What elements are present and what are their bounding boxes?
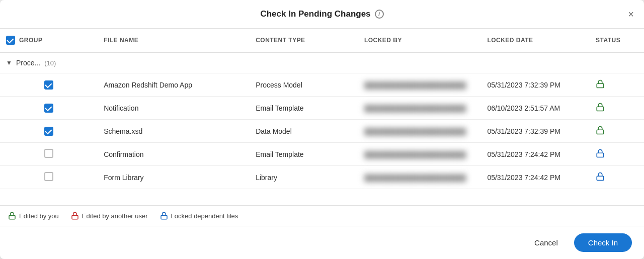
row-locked-by: ██████████████████████ [358, 143, 481, 166]
row-status [590, 120, 644, 143]
row-locked-by: ██████████████████████ [358, 120, 481, 143]
row-locked-by: ██████████████████████ [358, 97, 481, 120]
col-header-status: STATUS [590, 29, 644, 52]
row-content-type: Email Template [250, 97, 358, 120]
row-checkbox-3[interactable] [44, 127, 53, 136]
table-row: Schema.xsd Data Model ██████████████████… [0, 120, 644, 143]
row-locked-by: ██████████████████████ [358, 73, 481, 97]
checkin-button[interactable]: Check In [574, 233, 632, 252]
row-locked-date: 05/31/2023 7:24:42 PM [481, 166, 590, 189]
legend-green-lock-icon [8, 212, 16, 220]
row-content-type: Email Template [250, 143, 358, 166]
table-row: Confirmation Email Template ████████████… [0, 143, 644, 166]
row-status [590, 73, 644, 97]
row-filename: Form Library [98, 166, 250, 189]
legend-item-locked-dependent: Locked dependent files [160, 212, 238, 220]
legend-locked-dependent-label: Locked dependent files [171, 212, 238, 220]
group-row: ▼ Proce... (10) [0, 52, 644, 73]
row-locked-date: 06/10/2023 2:51:57 AM [481, 97, 590, 120]
col-header-content-type: CONTENT TYPE [250, 29, 358, 52]
svg-rect-6 [72, 215, 78, 219]
legend-edited-by-another-label: Edited by another user [82, 212, 148, 220]
row-checkbox-cell [0, 120, 98, 143]
row-status [590, 97, 644, 120]
svg-rect-1 [597, 107, 604, 111]
legend-edited-by-you-label: Edited by you [19, 212, 59, 220]
info-icon[interactable]: i [375, 10, 384, 19]
legend-item-edited-by-you: Edited by you [8, 212, 59, 220]
row-locked-date: 05/31/2023 7:32:39 PM [481, 120, 590, 143]
row-locked-date: 05/31/2023 7:24:42 PM [481, 143, 590, 166]
table-container[interactable]: GROUP FILE NAME CONTENT TYPE LOCKED BY L… [0, 29, 644, 205]
row-checkbox-cell [0, 97, 98, 120]
modal-header: Check In Pending Changes i × [0, 0, 644, 29]
row-lock-icon [596, 103, 605, 112]
row-checkbox-2[interactable] [44, 104, 53, 113]
row-filename: Confirmation [98, 143, 250, 166]
row-filename: Schema.xsd [98, 120, 250, 143]
svg-rect-4 [597, 176, 604, 180]
row-filename: Amazon Redshift Demo App [98, 73, 250, 97]
row-checkbox-1[interactable] [44, 80, 53, 90]
modal: Check In Pending Changes i × GROUP FILE … [0, 0, 644, 259]
modal-title-text: Check In Pending Changes [260, 9, 370, 19]
row-checkbox-cell [0, 73, 98, 97]
row-checkbox-cell [0, 166, 98, 189]
legend-red-lock-icon [71, 212, 79, 220]
row-content-type: Library [250, 166, 358, 189]
row-checkbox-4[interactable] [44, 149, 53, 158]
svg-rect-5 [9, 215, 15, 219]
row-content-type: Process Model [250, 73, 358, 97]
svg-rect-7 [161, 215, 167, 219]
row-lock-icon [596, 149, 605, 158]
svg-rect-0 [597, 83, 604, 88]
row-lock-icon [596, 79, 605, 89]
modal-body: GROUP FILE NAME CONTENT TYPE LOCKED BY L… [0, 29, 644, 226]
svg-rect-2 [597, 130, 604, 134]
row-checkbox-5[interactable] [44, 172, 53, 181]
col-header-group: GROUP [0, 29, 98, 52]
table-row: Notification Email Template ████████████… [0, 97, 644, 120]
col-header-locked-date: LOCKED DATE [481, 29, 590, 52]
group-name: Proce... [16, 59, 40, 67]
files-table: GROUP FILE NAME CONTENT TYPE LOCKED BY L… [0, 29, 644, 189]
row-status [590, 143, 644, 166]
row-lock-icon [596, 126, 605, 135]
row-locked-by: ██████████████████████ [358, 166, 481, 189]
row-locked-date: 05/31/2023 7:32:39 PM [481, 73, 590, 97]
group-col-label: GROUP [19, 37, 42, 44]
cancel-button[interactable]: Cancel [524, 233, 568, 252]
modal-footer: Cancel Check In [0, 226, 644, 259]
legend-item-edited-by-another: Edited by another user [71, 212, 148, 220]
group-chevron[interactable]: ▼ [6, 59, 12, 66]
group-count: (10) [44, 59, 56, 67]
row-status [590, 166, 644, 189]
close-button[interactable]: × [628, 9, 634, 19]
row-lock-icon [596, 172, 605, 181]
col-header-locked-by: LOCKED BY [358, 29, 481, 52]
col-header-filename: FILE NAME [98, 29, 250, 52]
select-all-checkbox[interactable] [6, 36, 15, 45]
table-row: Amazon Redshift Demo App Process Model █… [0, 73, 644, 97]
row-content-type: Data Model [250, 120, 358, 143]
table-row: Form Library Library ███████████████████… [0, 166, 644, 189]
svg-rect-3 [597, 153, 604, 157]
row-filename: Notification [98, 97, 250, 120]
modal-title: Check In Pending Changes i [260, 9, 383, 19]
row-checkbox-cell [0, 143, 98, 166]
legend: Edited by you Edited by another user [0, 205, 644, 226]
legend-blue-lock-icon [160, 212, 168, 220]
